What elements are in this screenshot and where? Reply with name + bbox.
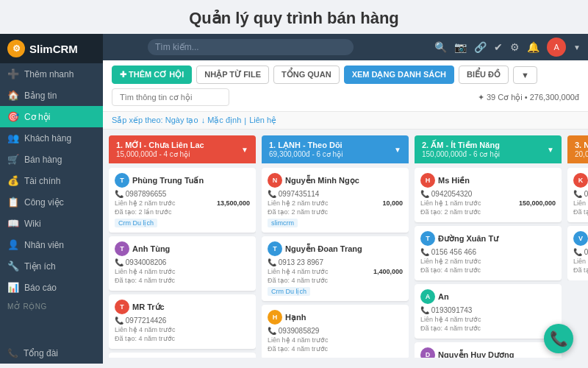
task-info-row: Đã tạo: 2 năm trước: [268, 208, 403, 216]
sidebar-item-tien-ich[interactable]: 🔧 Tiện ích: [0, 255, 103, 277]
sort-bar: Sắp xếp theo: Ngày tạo ↓ Mặc định | Liên…: [103, 112, 588, 130]
kanban-card[interactable]: T Nguyễn Đoan Trang 📞 0913 23 8967 Liên …: [262, 236, 409, 301]
card-row: Liên hệ 2 năm trước 10,000: [268, 199, 403, 207]
kanban-card[interactable]: A An 📞 0193091743 Liên hệ 4 năm trước Đã…: [415, 284, 562, 339]
card-phone: 📞 0934809087: [573, 190, 588, 198]
task-info-row: Đã tạo: 2 năm trước: [573, 266, 588, 274]
card-tag: slimcrm: [268, 219, 298, 227]
kanban-card[interactable]: K Trương Quang Khải 📞 0934809087 Liên hệ…: [567, 168, 588, 222]
task-info-row: Đã tạo: 2 lần trước: [115, 208, 250, 216]
card-row: Liên hệ 4 năm trước: [115, 268, 250, 275]
avatar: A: [420, 289, 435, 304]
import-file-button[interactable]: NHẬP TỪ FILE: [196, 66, 269, 84]
kanban-card[interactable]: H Lưu Văn Hải 📞 0966213687 Liên hệ 4 năm…: [109, 353, 256, 358]
task-info: Đã tạo:: [573, 208, 588, 216]
avatar: H: [268, 310, 282, 325]
top-nav: 🔍 📷 🔗 ✔ ⚙ 🔔 A ▼: [103, 34, 588, 60]
see-more-button[interactable]: TẢI THÊM: [567, 285, 588, 299]
sidebar: ⚙ SlimCRM ➕ Thêm nhanh 🏠 Bảng tin 🎯 Cơ h…: [0, 34, 103, 364]
list-view-button[interactable]: XEM DẠNG DANH SÁCH: [344, 66, 454, 84]
card-phone: 📞 0939085829: [268, 327, 403, 335]
contact-info: Liên hệ 2 năm trước: [115, 199, 176, 207]
share-icon[interactable]: 🔗: [474, 41, 487, 53]
card-phone: 📞 0987896655: [115, 190, 250, 198]
sidebar-item-label: Nhân viên: [24, 240, 64, 250]
filter-button[interactable]: ▼: [513, 66, 537, 84]
sidebar-item-label: Tài chính: [24, 176, 60, 186]
card-row: Liên hệ 4 năm trước 1,400,000: [268, 268, 403, 275]
sidebar-item-nhan-vien[interactable]: 👤 Nhân viên: [0, 234, 103, 255]
col-title: 1. MỚI - Chưa Liên Lac: [116, 141, 204, 150]
kanban-card[interactable]: N Nguyễn Minh Ngọc 📞 0997435114 Liên hệ …: [262, 168, 409, 233]
card-row: Liên hệ: [573, 258, 588, 265]
camera-icon[interactable]: 📷: [454, 41, 467, 53]
col-meta: 15,000,000đ - 4 cơ hội: [116, 150, 204, 158]
sidebar-footer-tong-dai[interactable]: 📞 Tổng đài: [0, 343, 103, 364]
sidebar-item-them-nhanh[interactable]: ➕ Thêm nhanh: [0, 63, 103, 85]
avatar: H: [420, 173, 435, 188]
card-phone: 📞 0997435114: [268, 190, 403, 198]
settings-icon[interactable]: ⚙: [510, 41, 520, 53]
contact-info: Liên hệ 4 năm trước: [115, 326, 176, 333]
search-input[interactable]: [148, 39, 354, 55]
col-title: 2. ẤM - Ít Tiềm Năng: [422, 141, 500, 150]
sidebar-item-cong-viec[interactable]: 📋 Công việc: [0, 191, 103, 213]
chevron-down-icon[interactable]: ▼: [394, 146, 401, 154]
task-info-row: Đã tạo: 4 năm trước: [268, 345, 403, 353]
opportunity-search-input[interactable]: [112, 88, 229, 106]
chevron-down-icon[interactable]: ▼: [547, 146, 554, 154]
kanban-header-col2: 1. LẠNH - Theo Dõi 69,300,000đ - 6 cơ hộ…: [262, 135, 409, 163]
contact-info: Liên hệ: [573, 199, 588, 207]
kanban-card[interactable]: T MR Trức 📞 0977214426 Liên hệ 4 năm trư…: [109, 294, 256, 349]
task-info: Đã tạo: 2 lần trước: [115, 208, 172, 216]
fab-button[interactable]: 📞: [544, 324, 573, 353]
col-title: 1. LẠNH - Theo Dõi: [269, 141, 343, 150]
overview-button[interactable]: TỔNG QUAN: [273, 66, 340, 84]
user-avatar[interactable]: A: [547, 38, 566, 57]
users-icon: 👥: [7, 132, 19, 144]
card-name: H Ms Hiền: [420, 173, 556, 188]
kanban-card[interactable]: D Nguyễn Huy Dương 📞 0903 250 750 Liên h…: [415, 342, 562, 358]
sort-sep: |: [244, 116, 246, 125]
chevron-down-icon[interactable]: ▼: [573, 43, 581, 52]
kanban-card[interactable]: V Mr Trương Quang Vinh 📞 098 334 256 Liê…: [567, 226, 588, 280]
kanban-card[interactable]: T Phùng Trung Tuấn 📞 0987896655 Liên hệ …: [109, 168, 256, 233]
bell-icon[interactable]: 🔔: [527, 41, 539, 53]
search-icon[interactable]: 🔍: [434, 41, 447, 53]
kanban-card[interactable]: H Hạnh 📞 0939085829 Liên hệ 4 năm trước …: [262, 305, 409, 358]
main-content: 🔍 📷 🔗 ✔ ⚙ 🔔 A ▼ ✚ THÊM CƠ HỘI NHẬP TỪ FI…: [103, 34, 588, 364]
kanban-header-col3: 2. ẤM - Ít Tiềm Năng 150,000,000đ - 6 cơ…: [415, 135, 562, 163]
add-opportunity-button[interactable]: ✚ THÊM CƠ HỘI: [112, 66, 192, 84]
kanban-card[interactable]: H Ms Hiền 📞 0942054320 Liên hệ 1 năm trư…: [415, 168, 562, 222]
avatar: T: [268, 241, 282, 256]
card-tag: Crm Du lịch: [115, 219, 157, 227]
sidebar-item-co-hoi[interactable]: 🎯 Cơ hội: [0, 106, 103, 127]
home-icon: 🏠: [7, 90, 19, 101]
sidebar-item-label: Thêm nhanh: [24, 69, 74, 79]
kanban-board: 1. MỚI - Chưa Liên Lac 15,000,000đ - 4 c…: [103, 130, 588, 364]
card-value: 13,500,000: [217, 199, 250, 207]
sidebar-item-wiki[interactable]: 📖 Wiki: [0, 213, 103, 234]
sidebar-item-bang-tin[interactable]: 🏠 Bảng tin: [0, 85, 103, 106]
chevron-down-icon[interactable]: ▼: [241, 146, 248, 154]
contact-info: Liên hệ: [573, 258, 588, 265]
sidebar-item-ban-hang[interactable]: 🛒 Bán hàng: [0, 149, 103, 170]
check-icon[interactable]: ✔: [494, 41, 503, 53]
sort-default[interactable]: ↓ Mặc định: [201, 116, 242, 125]
sidebar-item-khach-hang[interactable]: 👥 Khách hàng: [0, 127, 103, 149]
avatar: D: [420, 347, 435, 358]
sort-contact[interactable]: Liên hệ: [249, 116, 276, 125]
sidebar-item-tai-chinh[interactable]: 💰 Tài chính: [0, 170, 103, 191]
kanban-card[interactable]: T Anh Tùng 📞 0934008206 Liên hệ 4 năm tr…: [109, 236, 256, 291]
contact-info: Liên hệ 2 năm trước: [268, 199, 329, 207]
card-name: T Phùng Trung Tuấn: [115, 173, 250, 188]
task-info: Đã tạo: 4 năm trước: [420, 325, 481, 332]
sidebar-item-bao-cao[interactable]: 📊 Báo cáo: [0, 277, 103, 298]
avatar: T: [115, 173, 129, 188]
kanban-card[interactable]: T Đường Xuân Tư 📞 0156 456 466 Liên hệ 2…: [415, 226, 562, 280]
card-row: Liên hệ 2 năm trước 13,500,000: [115, 199, 250, 207]
task-info-row: Đã tạo: 4 năm trước: [268, 277, 403, 284]
card-row: Liên hệ 4 năm trước: [268, 336, 403, 344]
chart-view-button[interactable]: BIỂU ĐỒ: [459, 66, 509, 84]
sidebar-item-label: Bán hàng: [24, 155, 62, 165]
